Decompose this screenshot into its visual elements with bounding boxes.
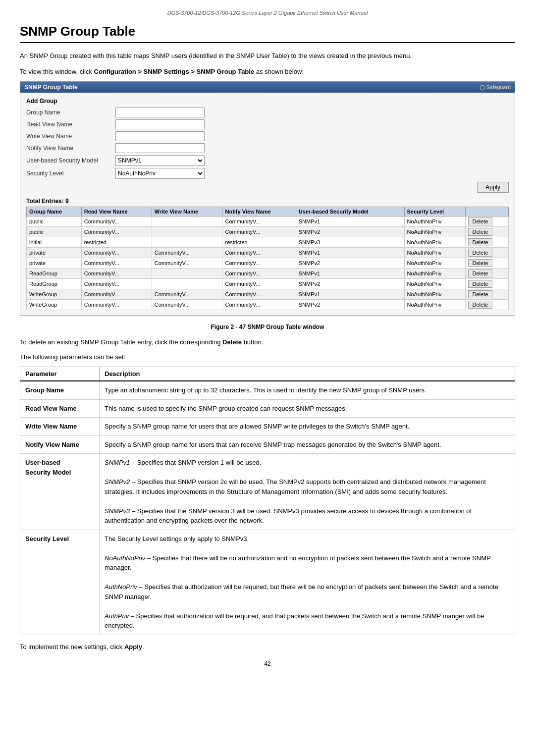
group-name-input[interactable] bbox=[115, 108, 205, 117]
delete-button[interactable]: Delete bbox=[468, 259, 493, 267]
notify-view-name-label: Notify View Name bbox=[26, 145, 115, 152]
figure-caption: Figure 2 - 47 SNMP Group Table window bbox=[20, 324, 515, 330]
table-cell: NoAuthNoPriv bbox=[404, 289, 465, 300]
table-cell bbox=[152, 269, 222, 279]
table-cell: CommunityV... bbox=[81, 216, 152, 227]
table-cell: ReadGroup bbox=[27, 279, 82, 289]
table-cell bbox=[152, 216, 222, 227]
table-cell: CommunityV... bbox=[81, 258, 152, 269]
page-title: SNMP Group Table bbox=[20, 24, 515, 43]
delete-button[interactable]: Delete bbox=[468, 270, 493, 277]
table-cell: SNMPv2 bbox=[296, 258, 404, 269]
table-cell: SNMPv2 bbox=[296, 300, 404, 310]
delete-button[interactable]: Delete bbox=[468, 249, 493, 257]
safeguard-label: ◯ Safeguard bbox=[480, 85, 511, 90]
delete-cell: Delete bbox=[465, 248, 508, 258]
widget-title: SNMP Group Table bbox=[24, 84, 78, 91]
security-model-label: User-based Security Model bbox=[26, 157, 115, 164]
footer-text: To implement the new settings, click App… bbox=[20, 643, 515, 650]
th-group-name: Group Name bbox=[27, 207, 82, 216]
table-cell: CommunityV... bbox=[222, 258, 296, 269]
delete-button[interactable]: Delete bbox=[468, 280, 493, 288]
read-view-name-row: Read View Name bbox=[26, 119, 509, 129]
table-row: privateCommunityV...CommunityV...Communi… bbox=[27, 258, 509, 269]
param-notify-view: Notify View Name Specify a SNMP group na… bbox=[20, 435, 515, 454]
table-cell: CommunityV... bbox=[81, 279, 152, 289]
param-desc-security-model: SNMPv1 – Specifies that SNMP version 1 w… bbox=[100, 454, 515, 530]
widget-header: SNMP Group Table ◯ Safeguard bbox=[20, 82, 515, 93]
table-cell: WriteGroup bbox=[27, 300, 82, 310]
table-cell bbox=[152, 279, 222, 289]
delete-button[interactable]: Delete bbox=[468, 301, 493, 309]
param-desc-group: Type an alphanumeric string of up to 32 … bbox=[100, 381, 515, 399]
th-security-level: Security Level bbox=[404, 207, 465, 216]
nav-text: To view this window, click Configuration… bbox=[20, 67, 515, 77]
doc-title: DGS-3700-12/DGS-3700-12G Series Layer 2 … bbox=[20, 10, 515, 16]
table-cell: initial bbox=[27, 237, 82, 248]
delete-cell: Delete bbox=[465, 216, 508, 227]
snmp-group-table-widget: SNMP Group Table ◯ Safeguard Add Group G… bbox=[20, 81, 515, 316]
param-name-read: Read View Name bbox=[20, 399, 100, 418]
desc-col-header: Description bbox=[100, 367, 515, 381]
table-cell: CommunityV... bbox=[81, 227, 152, 237]
table-cell: SNMPv1 bbox=[296, 269, 404, 279]
table-cell: WriteGroup bbox=[27, 289, 82, 300]
params-intro: The following parameters can be set: bbox=[20, 352, 515, 362]
group-name-label: Group Name bbox=[26, 109, 115, 116]
group-name-row: Group Name bbox=[26, 108, 509, 117]
security-level-row: Security Level NoAuthNoPriv AuthNoPriv A… bbox=[26, 168, 509, 179]
table-cell: SNMPv3 bbox=[296, 237, 404, 248]
write-view-name-row: Write View Name bbox=[26, 131, 509, 141]
security-model-row: User-based Security Model SNMPv1 SNMPv2 … bbox=[26, 155, 509, 166]
table-cell: CommunityV... bbox=[81, 289, 152, 300]
param-security-model: User-basedSecurity Model SNMPv1 – Specif… bbox=[20, 454, 515, 530]
table-row: privateCommunityV...CommunityV...Communi… bbox=[27, 248, 509, 258]
notify-view-name-input[interactable] bbox=[115, 143, 205, 153]
param-group-name: Group Name Type an alphanumeric string o… bbox=[20, 381, 515, 399]
table-cell: CommunityV... bbox=[81, 269, 152, 279]
th-notify-view: Notify View Name bbox=[222, 207, 296, 216]
table-cell: SNMPv2 bbox=[296, 279, 404, 289]
th-action bbox=[465, 207, 508, 216]
param-desc-read: This name is used to specify the SNMP gr… bbox=[100, 399, 515, 418]
security-level-select[interactable]: NoAuthNoPriv AuthNoPriv AuthPriv bbox=[115, 168, 205, 179]
table-cell: CommunityV... bbox=[152, 289, 222, 300]
table-row: initialrestrictedrestrictedSNMPv3NoAuthN… bbox=[27, 237, 509, 248]
delete-button[interactable]: Delete bbox=[468, 290, 493, 298]
param-name-notify: Notify View Name bbox=[20, 435, 100, 454]
read-view-name-input[interactable] bbox=[115, 119, 205, 129]
table-cell: NoAuthNoPriv bbox=[404, 216, 465, 227]
th-security-model: User-based Security Model bbox=[296, 207, 404, 216]
param-desc-security-level: The Security Level settings only apply t… bbox=[100, 530, 515, 635]
table-cell: SNMPv1 bbox=[296, 248, 404, 258]
table-cell: SNMPv2 bbox=[296, 227, 404, 237]
param-col-header: Parameter bbox=[20, 367, 100, 381]
delete-cell: Delete bbox=[465, 258, 508, 269]
table-row: ReadGroupCommunityV...CommunityV...SNMPv… bbox=[27, 279, 509, 289]
table-cell: SNMPv1 bbox=[296, 216, 404, 227]
table-cell: CommunityV... bbox=[222, 216, 296, 227]
param-name-security-model: User-basedSecurity Model bbox=[20, 454, 100, 530]
security-model-select[interactable]: SNMPv1 SNMPv2 SNMPv3 bbox=[115, 155, 205, 166]
delete-cell: Delete bbox=[465, 227, 508, 237]
param-read-view: Read View Name This name is used to spec… bbox=[20, 399, 515, 418]
apply-button[interactable]: Apply bbox=[477, 182, 509, 193]
param-desc-notify: Specify a SNMP group name for users that… bbox=[100, 435, 515, 454]
parameters-table: Parameter Description Group Name Type an… bbox=[20, 367, 515, 635]
write-view-name-input[interactable] bbox=[115, 131, 205, 141]
table-cell: CommunityV... bbox=[152, 258, 222, 269]
delete-button[interactable]: Delete bbox=[468, 217, 493, 225]
apply-row: Apply bbox=[26, 182, 509, 193]
table-cell: CommunityV... bbox=[222, 289, 296, 300]
param-name-group: Group Name bbox=[20, 381, 100, 399]
param-write-view: Write View Name Specify a SNMP group nam… bbox=[20, 418, 515, 436]
delete-button[interactable]: Delete bbox=[468, 238, 493, 246]
delete-button[interactable]: Delete bbox=[468, 228, 493, 236]
table-row: publicCommunityV...CommunityV...SNMPv1No… bbox=[27, 216, 509, 227]
table-cell: ReadGroup bbox=[27, 269, 82, 279]
table-cell: NoAuthNoPriv bbox=[404, 279, 465, 289]
delete-cell: Delete bbox=[465, 269, 508, 279]
total-entries: Total Entries: 9 bbox=[26, 198, 509, 205]
th-read-view: Read View Name bbox=[81, 207, 152, 216]
table-cell: NoAuthNoPriv bbox=[404, 227, 465, 237]
